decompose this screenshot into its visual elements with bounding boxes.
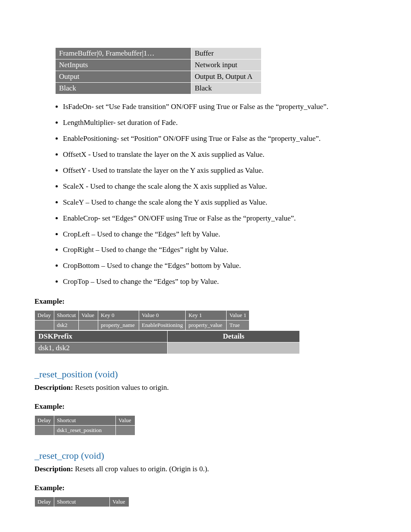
cell	[79, 320, 98, 330]
cell: property_value	[186, 320, 227, 330]
example-label: Example:	[34, 484, 377, 492]
table-row: Delay Shortcut Value	[35, 416, 135, 426]
list-item: IsFadeOn- set “Use Fade transition” ON/O…	[63, 102, 377, 112]
dsk-table: DSKPrefix Details dsk1, dsk2	[34, 330, 300, 354]
dsk-body-right	[168, 342, 300, 354]
example-table-1: Delay Shortcut Value Key 0 Value 0 Key 1…	[34, 310, 249, 330]
src-right: Network input	[191, 59, 262, 71]
col-header: Delay	[35, 497, 54, 507]
source-table: FrameBuffer|0, Framebuffer|1… Buffer Net…	[55, 47, 262, 94]
description-text: Description: Resets all crop values to o…	[34, 465, 377, 473]
table-row: dsk2 property_name EnablePositioning pro…	[35, 320, 249, 330]
page-container: FrameBuffer|0, Framebuffer|1… Buffer Net…	[0, 0, 411, 532]
col-header: Shortcut	[54, 416, 116, 426]
table-row: Black Black	[56, 83, 262, 94]
table-row: dsk1, dsk2	[35, 342, 300, 354]
cell	[116, 426, 135, 436]
src-left: Black	[56, 83, 191, 94]
cell: dsk2	[54, 320, 79, 330]
table-row: DSKPrefix Details	[35, 331, 300, 342]
list-item: LengthMultiplier- set duration of Fade.	[63, 118, 377, 128]
col-header: Delay	[35, 416, 54, 426]
list-item: OffsetX - Used to translate the layer on…	[63, 150, 377, 160]
description-label: Description:	[34, 465, 73, 473]
src-left: NetInputs	[56, 59, 191, 71]
dsk-header-left: DSKPrefix	[35, 331, 168, 342]
property-list: IsFadeOn- set “Use Fade transition” ON/O…	[63, 102, 377, 287]
src-left: FrameBuffer|0, Framebuffer|1…	[56, 48, 191, 59]
col-header: Value 1	[227, 311, 249, 320]
list-item: OffsetY - Used to translate the layer on…	[63, 166, 377, 176]
table-row: Delay Shortcut Value	[35, 497, 129, 507]
section-heading-reset-position: _reset_position (void)	[34, 369, 377, 380]
list-item: ScaleY – Used to change the scale along …	[63, 198, 377, 208]
col-header: Value	[110, 497, 129, 507]
col-header: Delay	[35, 311, 54, 320]
col-header: Value	[116, 416, 135, 426]
table-row: FrameBuffer|0, Framebuffer|1… Buffer	[56, 48, 262, 59]
src-right: Buffer	[191, 48, 262, 59]
src-right: Output B, Output A	[191, 71, 262, 83]
example-table-3: Delay Shortcut Value	[34, 497, 129, 507]
list-item: EnableCrop- set “Edges” ON/OFF using Tru…	[63, 214, 377, 224]
src-left: Output	[56, 71, 191, 83]
list-item: CropRight – Used to change the “Edges” r…	[63, 245, 377, 255]
description-body: Resets all crop values to origin. (Origi…	[73, 465, 209, 473]
description-text: Description: Resets position values to o…	[34, 383, 377, 392]
cell	[35, 426, 54, 436]
col-header: Shortcut	[54, 497, 110, 507]
dsk-body-left: dsk1, dsk2	[35, 342, 168, 354]
list-item: ScaleX - Used to change the scale along …	[63, 182, 377, 192]
table-row: NetInputs Network input	[56, 59, 262, 71]
cell: True	[227, 320, 249, 330]
list-item: CropTop – Used to change the “Edges” top…	[63, 277, 377, 287]
col-header: Key 1	[186, 311, 227, 320]
cell: EnablePositioning	[139, 320, 186, 330]
table-row: dsk1_reset_position	[35, 426, 135, 436]
section-heading-reset-crop: _reset_crop (void)	[34, 450, 377, 461]
table-row: Delay Shortcut Value Key 0 Value 0 Key 1…	[35, 311, 249, 320]
col-header: Value 0	[139, 311, 186, 320]
dsk-header-right: Details	[168, 331, 300, 342]
description-label: Description:	[34, 383, 73, 392]
col-header: Shortcut	[54, 311, 79, 320]
list-item: EnablePositioning- set “Position” ON/OFF…	[63, 134, 377, 144]
col-header: Value	[79, 311, 98, 320]
table-row: Output Output B, Output A	[56, 71, 262, 83]
list-item: CropBottom – Used to change the “Edges” …	[63, 261, 377, 271]
cell: dsk1_reset_position	[54, 426, 116, 436]
list-item: CropLeft – Used to change the “Edges” le…	[63, 230, 377, 240]
col-header: Key 0	[98, 311, 139, 320]
src-right: Black	[191, 83, 262, 94]
cell	[35, 320, 54, 330]
example-label: Example:	[34, 297, 377, 306]
description-body: Resets position values to origin.	[73, 383, 169, 392]
cell: property_name	[98, 320, 139, 330]
example-label: Example:	[34, 402, 377, 411]
example-table-2: Delay Shortcut Value dsk1_reset_position	[34, 415, 135, 436]
